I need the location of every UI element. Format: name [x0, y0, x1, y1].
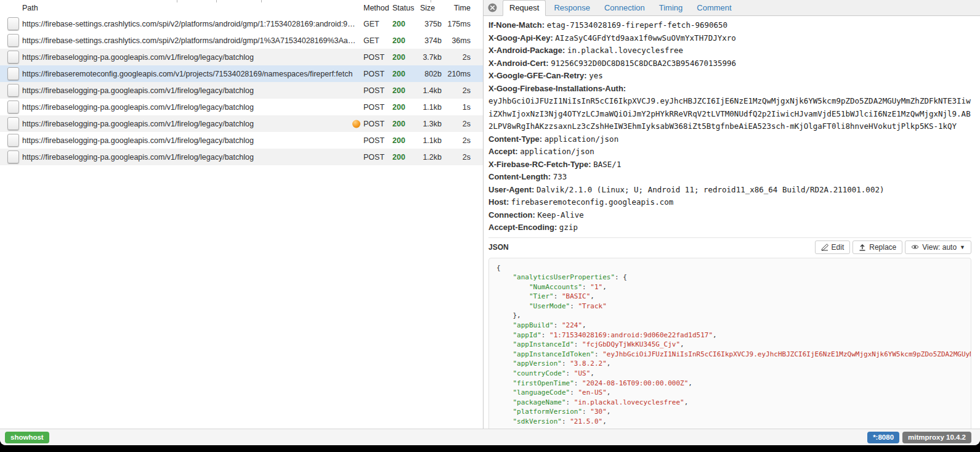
table-row[interactable]: https://firebase-settings.crashlytics.co…	[0, 32, 483, 49]
eye-icon	[911, 244, 919, 250]
table-row[interactable]: https://firebaselogging-pa.googleapis.co…	[0, 49, 483, 65]
header-line: Content-Type: application/json	[488, 133, 971, 146]
tab-request[interactable]: Request	[503, 0, 546, 16]
replace-button-label: Replace	[869, 243, 896, 252]
close-icon[interactable]	[488, 3, 497, 12]
tab-comment[interactable]: Comment	[690, 1, 737, 15]
document-icon	[7, 101, 19, 113]
json-line: "platformVersion": "30",	[496, 407, 963, 417]
json-key: "appBuild"	[513, 321, 554, 329]
header-value: application/json	[520, 147, 594, 156]
json-line: "countryCode": "US",	[496, 369, 963, 379]
header-name: Content-Length:	[488, 172, 551, 181]
header-value: in.plackal.lovecyclesfree	[567, 46, 683, 55]
json-line: "appId": "1:71534028169:android:9d060e22…	[496, 331, 963, 340]
flow-time: 2s	[445, 86, 483, 95]
column-header-status[interactable]: Status	[389, 4, 416, 12]
header-name: X-Android-Cert:	[488, 59, 549, 68]
flow-path: https://firebaselogging-pa.googleapis.co…	[22, 103, 360, 112]
flow-time: 2s	[445, 136, 483, 145]
column-resize-tick	[261, 0, 262, 2]
flow-status: 200	[389, 136, 416, 145]
json-string: "2024-08-16T09:00:00.000Z"	[582, 379, 688, 387]
json-string: "fcjGbDQyTjWkKU345G_Cjv"	[582, 340, 680, 348]
column-resize-tick	[216, 0, 217, 2]
table-row[interactable]: https://firebase-settings.crashlytics.co…	[0, 15, 483, 32]
table-row[interactable]: https://firebaseremoteconfig.googleapis.…	[0, 65, 483, 82]
json-key: "Tier"	[529, 292, 554, 300]
table-row[interactable]: https://firebaselogging-pa.googleapis.co…	[0, 149, 483, 165]
header-value: Keep-Alive	[537, 210, 583, 220]
flow-icon-cell	[0, 134, 22, 147]
flow-size: 1.2kb	[416, 153, 445, 162]
column-header-size[interactable]: Size	[416, 4, 445, 12]
upload-icon	[859, 244, 866, 251]
flow-method: POST	[360, 120, 389, 128]
json-line: {	[496, 263, 963, 273]
column-header-path[interactable]: Path	[22, 4, 360, 12]
flow-method: GET	[360, 36, 389, 45]
flow-path: https://firebase-settings.crashlytics.co…	[22, 20, 360, 28]
column-header-time[interactable]: Time	[445, 4, 483, 12]
column-header-method[interactable]: Method	[360, 4, 389, 12]
flow-status: 200	[389, 153, 416, 162]
json-string: "BASIC"	[562, 292, 590, 300]
view-mode-label: View: auto	[922, 243, 957, 252]
json-line: "Tier": "BASIC",	[496, 292, 963, 302]
json-string: "Track"	[578, 302, 606, 310]
proxy-port-badge: *:8080	[867, 432, 899, 443]
table-row[interactable]: https://firebaselogging-pa.googleapis.co…	[0, 82, 483, 99]
json-string: "1"	[590, 283, 602, 291]
flow-rows: https://firebase-settings.crashlytics.co…	[0, 15, 483, 165]
json-line: "appBuild": "224",	[496, 321, 963, 331]
flow-path: https://firebaselogging-pa.googleapis.co…	[22, 86, 360, 95]
json-key: "packageName"	[513, 398, 566, 406]
edit-button[interactable]: Edit	[815, 240, 851, 254]
flow-time: 175ms	[445, 20, 483, 28]
flow-icon-cell	[0, 84, 22, 97]
header-line: Connection: Keep-Alive	[488, 209, 971, 222]
json-string: "224"	[562, 321, 582, 329]
edit-button-label: Edit	[832, 243, 844, 252]
flow-method: POST	[360, 53, 389, 62]
flow-status: 200	[389, 103, 416, 112]
flow-path: https://firebaselogging-pa.googleapis.co…	[22, 153, 360, 162]
mitmweb-window: Path Method Status Size Time https://fir…	[0, 0, 980, 445]
json-key: "sdkVersion"	[513, 417, 562, 425]
tab-timing[interactable]: Timing	[653, 1, 689, 15]
flow-time: 2s	[445, 53, 483, 62]
header-name: Accept:	[488, 147, 518, 156]
tab-connection[interactable]: Connection	[598, 1, 651, 15]
detail-body[interactable]: If-None-Match: etag-71534028169-fireperf…	[484, 16, 980, 429]
flow-icon-cell	[0, 17, 22, 30]
header-name: Content-Type:	[488, 134, 542, 144]
table-row[interactable]: https://firebaselogging-pa.googleapis.co…	[0, 115, 483, 132]
header-value: eyJhbGciOiJFUzI1NiIsInR5cCI6IkpXVCJ9.eyJ…	[488, 96, 971, 131]
replace-button[interactable]: Replace	[852, 240, 902, 254]
flow-icon-cell	[0, 34, 22, 47]
json-body[interactable]: { "analyticsUserProperties": { "NumAccou…	[488, 258, 971, 429]
flow-path: https://firebaselogging-pa.googleapis.co…	[22, 136, 360, 145]
json-line: "appInstanceId": "fcjGbDQyTjWkKU345G_Cjv…	[496, 340, 963, 350]
table-row[interactable]: https://firebaselogging-pa.googleapis.co…	[0, 99, 483, 115]
json-key: "NumAccounts"	[529, 283, 582, 291]
json-string: "en-US"	[578, 388, 606, 397]
body-actions: Edit Replace View: auto ▼	[815, 240, 971, 254]
flow-status: 200	[389, 36, 416, 45]
json-string: "21.5.0"	[570, 417, 602, 425]
flow-size: 374b	[416, 36, 445, 45]
flow-size: 375b	[416, 20, 445, 28]
main-area: Path Method Status Size Time https://fir…	[0, 0, 980, 429]
json-key: "firstOpenTime"	[513, 379, 574, 387]
flow-status: 200	[389, 120, 416, 128]
tab-response[interactable]: Response	[548, 1, 596, 15]
header-value: 733	[553, 172, 567, 181]
header-name: If-None-Match:	[488, 20, 545, 30]
table-row[interactable]: https://firebaselogging-pa.googleapis.co…	[0, 132, 483, 149]
flow-method: POST	[360, 103, 389, 112]
flow-size: 1.1kb	[416, 136, 445, 145]
flow-time: 2s	[445, 120, 483, 128]
json-key: "UserMode"	[529, 302, 570, 310]
view-mode-button[interactable]: View: auto ▼	[905, 240, 971, 254]
flow-icon-cell	[0, 150, 22, 163]
